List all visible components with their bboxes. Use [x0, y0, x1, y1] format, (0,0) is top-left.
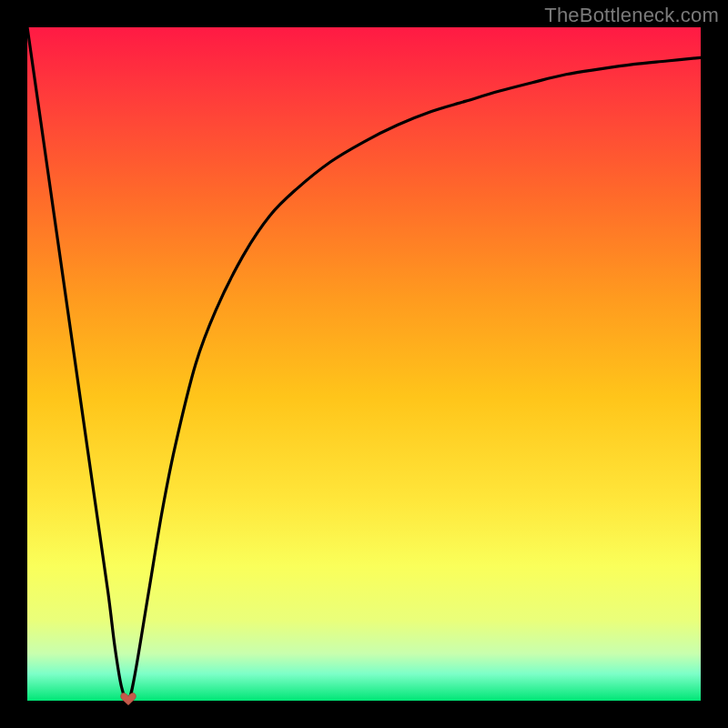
- plot-area: [27, 27, 701, 701]
- bottleneck-curve: [27, 27, 701, 701]
- optimum-marker: [118, 692, 138, 706]
- chart-frame: TheBottleneck.com: [0, 0, 728, 728]
- watermark-text: TheBottleneck.com: [544, 4, 719, 27]
- curve-path: [27, 27, 701, 701]
- heart-icon: [118, 692, 138, 706]
